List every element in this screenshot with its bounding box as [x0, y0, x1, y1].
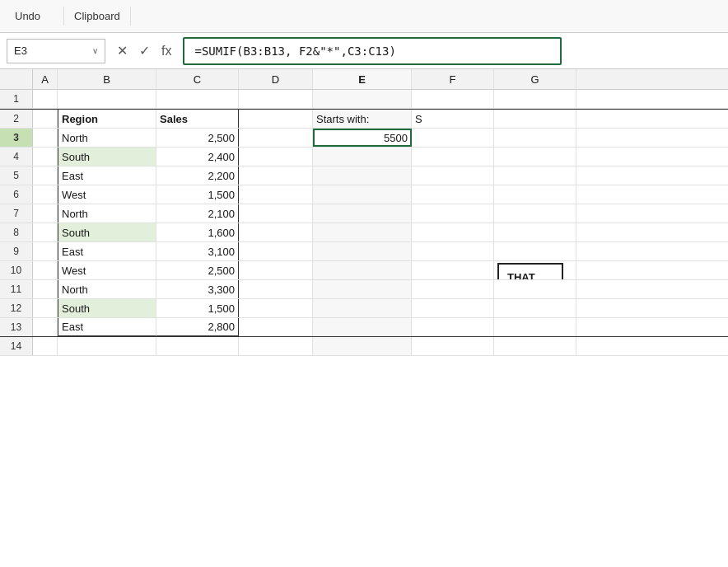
cell-d9[interactable] — [239, 242, 313, 260]
cell-d10[interactable] — [239, 261, 313, 279]
row-header[interactable]: 2 — [0, 110, 33, 128]
formula-input[interactable]: =SUMIF(B3:B13, F2&"*",C3:C13) — [183, 37, 562, 65]
name-box[interactable]: E3 ∨ — [7, 39, 105, 63]
cell-f14[interactable] — [412, 337, 494, 355]
undo-button[interactable]: Undo — [8, 7, 47, 26]
cell-f13[interactable] — [412, 318, 494, 336]
cell-d2[interactable] — [239, 110, 313, 128]
cell-g7[interactable] — [494, 204, 576, 223]
cell-g12[interactable] — [494, 299, 576, 317]
cell-b3[interactable]: North — [58, 129, 156, 147]
cell-a13[interactable] — [33, 318, 58, 336]
cell-c10[interactable]: 2,500 — [156, 261, 239, 279]
cell-c14[interactable] — [156, 337, 239, 355]
cell-a5[interactable] — [33, 166, 58, 185]
cell-c13[interactable]: 2,800 — [156, 318, 239, 336]
cell-g6[interactable] — [494, 185, 576, 204]
cell-f10[interactable] — [412, 261, 494, 279]
cell-a7[interactable] — [33, 204, 58, 223]
cell-f2[interactable]: S — [412, 110, 494, 128]
cell-c1[interactable] — [156, 90, 239, 108]
row-header[interactable]: 9 — [0, 242, 33, 260]
cell-g11[interactable] — [494, 280, 576, 298]
cell-e9[interactable] — [313, 242, 412, 260]
cell-b4[interactable]: South — [58, 148, 156, 166]
confirm-formula-button[interactable]: ✓ — [136, 41, 153, 60]
cell-d7[interactable] — [239, 204, 313, 223]
cell-d8[interactable] — [239, 223, 313, 241]
cell-e4[interactable] — [313, 148, 412, 166]
cell-a8[interactable] — [33, 223, 58, 241]
cell-e11[interactable] — [313, 280, 412, 298]
cell-g2[interactable] — [494, 110, 576, 128]
cell-c4[interactable]: 2,400 — [156, 148, 239, 166]
cell-g4[interactable] — [494, 148, 576, 166]
row-header[interactable]: 10 — [0, 261, 33, 279]
cell-e1[interactable] — [313, 90, 412, 108]
cell-c7[interactable]: 2,100 — [156, 204, 239, 223]
row-header[interactable]: 13 — [0, 318, 33, 336]
cell-a14[interactable] — [33, 337, 58, 355]
cell-c5[interactable]: 2,200 — [156, 166, 239, 185]
cell-e6[interactable] — [313, 185, 412, 204]
cell-e12[interactable] — [313, 299, 412, 317]
cell-f9[interactable] — [412, 242, 494, 260]
col-header-f[interactable]: F — [412, 69, 494, 89]
fx-button[interactable]: fx — [158, 42, 175, 60]
row-header[interactable]: 1 — [0, 90, 33, 108]
cell-c6[interactable]: 1,500 — [156, 185, 239, 204]
col-header-d[interactable]: D — [239, 69, 313, 89]
cell-b12[interactable]: South — [58, 299, 156, 317]
cell-d6[interactable] — [239, 185, 313, 204]
cell-d12[interactable] — [239, 299, 313, 317]
cell-e5[interactable] — [313, 166, 412, 185]
cell-b11[interactable]: North — [58, 280, 156, 298]
cell-d3[interactable] — [239, 129, 313, 147]
cell-d5[interactable] — [239, 166, 313, 185]
cell-d1[interactable] — [239, 90, 313, 108]
cancel-formula-button[interactable]: ✕ — [114, 41, 131, 60]
cell-b8[interactable]: South — [58, 223, 156, 241]
cell-b9[interactable]: East — [58, 242, 156, 260]
cell-e2[interactable]: Starts with: — [313, 110, 412, 128]
row-header[interactable]: 14 — [0, 337, 33, 355]
col-header-g[interactable]: G — [494, 69, 576, 89]
row-header[interactable]: 6 — [0, 185, 33, 204]
cell-a9[interactable] — [33, 242, 58, 260]
cell-g10[interactable]: THAT EXCEL SITE — [494, 261, 576, 279]
cell-c9[interactable]: 3,100 — [156, 242, 239, 260]
cell-d4[interactable] — [239, 148, 313, 166]
cell-b14[interactable] — [58, 337, 156, 355]
cell-a10[interactable] — [33, 261, 58, 279]
cell-g9[interactable] — [494, 242, 576, 260]
cell-f4[interactable] — [412, 148, 494, 166]
row-header[interactable]: 11 — [0, 280, 33, 298]
cell-e14[interactable] — [313, 337, 412, 355]
col-header-a[interactable]: A — [33, 69, 58, 89]
cell-b13[interactable]: East — [58, 318, 156, 336]
cell-b5[interactable]: East — [58, 166, 156, 185]
cell-c12[interactable]: 1,500 — [156, 299, 239, 317]
row-header[interactable]: 3 — [0, 129, 33, 147]
cell-e3[interactable]: 5500 — [313, 129, 412, 147]
cell-a1[interactable] — [33, 90, 58, 108]
col-header-c[interactable]: C — [156, 69, 239, 89]
cell-f12[interactable] — [412, 299, 494, 317]
cell-b10[interactable]: West — [58, 261, 156, 279]
cell-e10[interactable] — [313, 261, 412, 279]
cell-a3[interactable] — [33, 129, 58, 147]
cell-c3[interactable]: 2,500 — [156, 129, 239, 147]
cell-a12[interactable] — [33, 299, 58, 317]
row-header[interactable]: 4 — [0, 148, 33, 166]
cell-f8[interactable] — [412, 223, 494, 241]
cell-a2[interactable] — [33, 110, 58, 128]
cell-g5[interactable] — [494, 166, 576, 185]
cell-c11[interactable]: 3,300 — [156, 280, 239, 298]
cell-g3[interactable] — [494, 129, 576, 147]
cell-a4[interactable] — [33, 148, 58, 166]
cell-g1[interactable] — [494, 90, 576, 108]
cell-b1[interactable] — [58, 90, 156, 108]
cell-c8[interactable]: 1,600 — [156, 223, 239, 241]
cell-g13[interactable] — [494, 318, 576, 336]
cell-b6[interactable]: West — [58, 185, 156, 204]
